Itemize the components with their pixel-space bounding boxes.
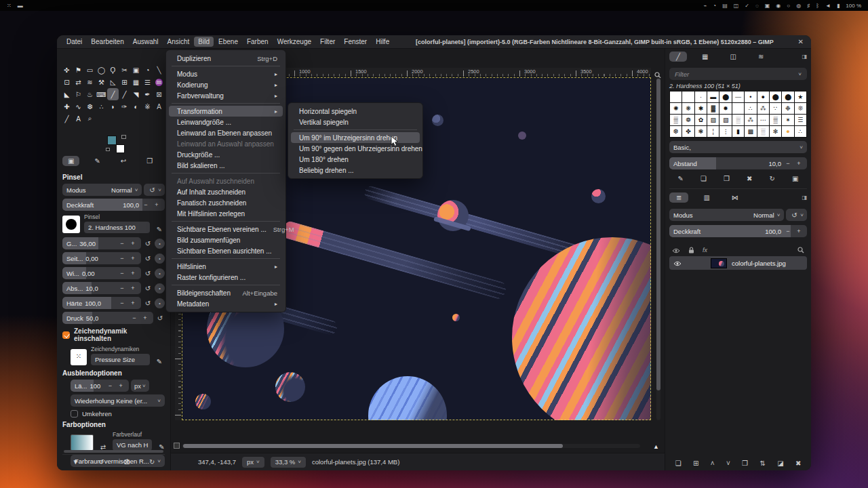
brush-footer-buttons[interactable]: ✎❏❐✖↻▣: [669, 175, 807, 182]
dock-tab-icon[interactable]: ✎: [89, 156, 105, 166]
paint-mode-select[interactable]: Modus Normal ˅: [62, 184, 142, 196]
menu-item[interactable]: Transformation▸: [169, 106, 283, 117]
dynamics-link-icon[interactable]: •: [155, 253, 165, 264]
brush-cell[interactable]: ✸: [719, 103, 731, 114]
visibility-eye-icon[interactable]: [672, 244, 680, 256]
layer-effects-icon[interactable]: fx: [703, 247, 707, 253]
menu-item[interactable]: Um 180° drehen: [291, 154, 420, 165]
repeat-select[interactable]: Wiederholung Keine (er... ˅: [71, 394, 165, 407]
vertical-scrollbar[interactable]: [656, 77, 660, 420]
dynamics-thumbnail[interactable]: ⁙: [71, 349, 87, 365]
reverse-checkbox[interactable]: [71, 410, 78, 418]
minus-icon[interactable]: −: [118, 285, 126, 291]
brush-footer-icon[interactable]: ▣: [792, 175, 798, 182]
menu-item[interactable]: Beliebig drehen ...: [291, 165, 420, 176]
tool-icon[interactable]: ◥: [130, 88, 142, 100]
horizontal-scrollbar[interactable]: [182, 444, 640, 448]
brush-cell[interactable]: ∵: [770, 103, 781, 114]
menu-item[interactable]: Fanatisch zuschneiden: [169, 197, 283, 208]
menu-item[interactable]: DuplizierenStrg+D: [169, 53, 283, 64]
brush-cell[interactable]: ⬤: [719, 92, 731, 102]
brush-cell[interactable]: ❋: [682, 103, 694, 114]
menubar-item-hilfe[interactable]: Hilfe: [372, 37, 393, 47]
panel-scrollbar[interactable]: [64, 450, 163, 453]
brush-footer-icon[interactable]: ✖: [747, 175, 752, 182]
brush-cell[interactable]: [682, 92, 694, 102]
left-dock-tabs[interactable]: ▣✎↩❐◨: [62, 156, 165, 166]
brush-cell[interactable]: ✶: [782, 115, 793, 125]
reset-icon[interactable]: ↺: [143, 300, 153, 307]
layer-mode-select[interactable]: Modus Normal ˅: [669, 209, 784, 221]
tool-icon[interactable]: A: [73, 113, 84, 125]
tool-icon[interactable]: ∴: [96, 100, 107, 113]
layer-footer-icon[interactable]: ⊞: [693, 460, 698, 467]
brush-cell[interactable]: ✻: [770, 126, 781, 137]
tool-icon[interactable]: ⌕: [84, 113, 96, 125]
brush-cell[interactable]: ❉: [782, 103, 793, 114]
slider-g[interactable]: G...36,00−+: [62, 237, 141, 249]
brush-cell[interactable]: [670, 92, 682, 102]
brush-spacing-slider[interactable]: Abstand 10,0 −+: [669, 157, 807, 169]
brush-cell[interactable]: ★: [795, 92, 806, 102]
tool-icon[interactable]: ◺: [107, 76, 119, 88]
minus-icon[interactable]: −: [118, 240, 126, 247]
brush-footer-icon[interactable]: ❐: [724, 175, 730, 182]
brush-cell[interactable]: ▒: [770, 115, 781, 125]
reset-icon[interactable]: ↺: [143, 240, 153, 247]
layer-footer-buttons[interactable]: ❏⊞˄˅❐⇅◪✖: [669, 460, 807, 467]
dock-tab-icon[interactable]: ▣: [62, 156, 79, 166]
menu-item[interactable]: Bild skalieren ...: [169, 160, 283, 171]
tool-icon[interactable]: ✑: [119, 100, 130, 113]
menubar-item-auswahl[interactable]: Auswahl: [129, 37, 163, 47]
brush-cell[interactable]: ❁: [682, 115, 694, 125]
menubar-item-filter[interactable]: Filter: [316, 37, 339, 47]
menu-item[interactable]: BildeigenschaftenAlt+Eingabe: [169, 287, 283, 298]
brush-cell[interactable]: ▬: [707, 92, 719, 102]
menu-item[interactable]: Um 90° gegen den Uhrzeigersinn drehen: [291, 143, 420, 154]
minus-icon[interactable]: −: [118, 270, 126, 277]
brush-cell[interactable]: ✿: [695, 115, 707, 125]
brush-cell[interactable]: ●: [757, 92, 769, 102]
layer-footer-icon[interactable]: ❏: [675, 460, 682, 467]
menu-item[interactable]: Leinwand an Ebenen anpassen: [169, 127, 283, 138]
menu-item[interactable]: Vertikal spiegeln: [291, 117, 420, 127]
brush-dock-tab-icon[interactable]: ≋: [751, 52, 770, 62]
slider-wi[interactable]: Wi...0,00−+: [62, 267, 141, 279]
menubar-items[interactable]: DateiBearbeitenAuswahlAnsichtBildEbeneFa…: [62, 37, 393, 47]
layer-footer-icon[interactable]: ❐: [742, 460, 748, 467]
minus-icon[interactable]: −: [118, 300, 126, 306]
layer-mode-reset-button[interactable]: ↺˅: [786, 209, 807, 221]
menubar-item-bild[interactable]: Bild: [194, 37, 214, 47]
brush-footer-icon[interactable]: ✎: [678, 175, 684, 182]
menu-item[interactable]: Leinwand an Auswahl anpassen: [169, 138, 283, 149]
menubar-item-bearbeiten[interactable]: Bearbeiten: [87, 37, 127, 47]
menubar-item-ebene[interactable]: Ebene: [214, 37, 242, 47]
menu-item[interactable]: Farbverwaltung▸: [169, 90, 283, 101]
tool-icon[interactable]: ╱: [107, 88, 119, 100]
tool-icon[interactable]: ♒: [153, 76, 165, 88]
tool-icon[interactable]: ≋: [84, 76, 96, 88]
brush-dock-tab-icon[interactable]: ▦: [695, 52, 715, 62]
brush-cell[interactable]: —: [732, 92, 744, 102]
brush-footer-icon[interactable]: ❏: [701, 175, 707, 182]
gradient-thumbnail[interactable]: [71, 434, 94, 451]
brush-cell[interactable]: ∴: [795, 126, 806, 137]
brush-dock-tab-icon[interactable]: ╱: [669, 52, 687, 62]
tool-icon[interactable]: ◯: [96, 64, 107, 76]
brush-cell[interactable]: ⬤: [782, 92, 793, 102]
brush-filter-input[interactable]: Filter ˅: [669, 68, 807, 80]
brush-thumbnail[interactable]: [62, 216, 80, 233]
tool-icon[interactable]: ◐: [130, 100, 142, 113]
brush-cell[interactable]: ¦: [707, 126, 719, 137]
brush-cell[interactable]: [732, 103, 744, 114]
tool-icon[interactable]: ♨: [84, 88, 96, 100]
brush-cell[interactable]: ❆: [670, 126, 682, 137]
brush-cell[interactable]: ▩: [745, 126, 756, 137]
layer-attribute-row[interactable]: fx: [669, 244, 807, 256]
background-color-swatch[interactable]: [116, 144, 125, 153]
dynamics-name-field[interactable]: Pressure Size: [91, 354, 150, 365]
layer-footer-icon[interactable]: ˅: [726, 460, 730, 467]
tool-icon[interactable]: ⊡: [61, 76, 73, 88]
brush-cell[interactable]: ⋮: [719, 126, 731, 137]
brush-group-select[interactable]: Basic, ˅: [669, 141, 807, 153]
